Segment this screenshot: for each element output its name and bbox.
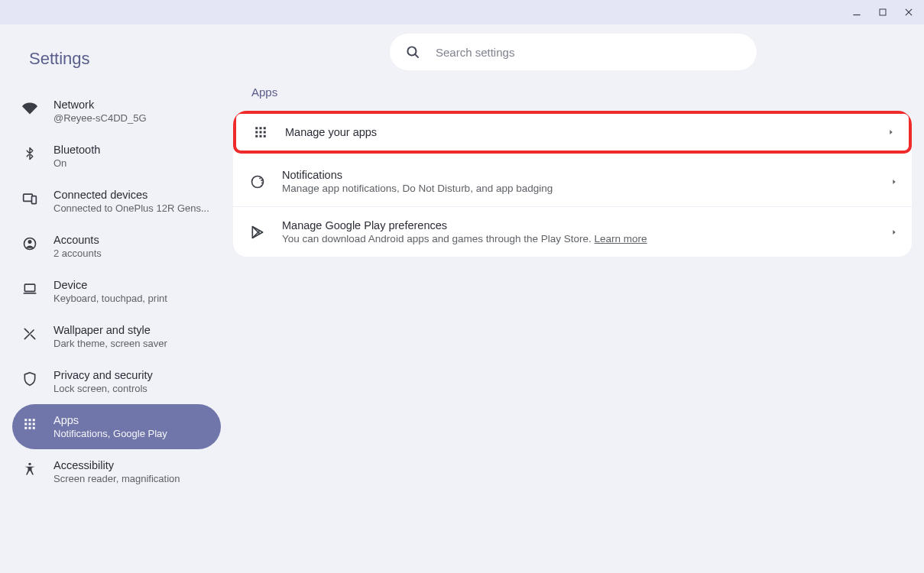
sidebar-item-privacy[interactable]: Privacy and security Lock screen, contro… (12, 359, 221, 404)
card-title: Notifications (282, 169, 875, 181)
svg-rect-26 (255, 135, 258, 138)
palette-icon (21, 325, 38, 342)
svg-rect-23 (255, 131, 258, 134)
sidebar-item-sublabel: Keyboard, touchpad, print (53, 293, 167, 304)
maximize-button[interactable] (875, 5, 890, 20)
learn-more-link[interactable]: Learn more (595, 233, 647, 244)
sidebar-item-label: Connected devices (53, 189, 209, 201)
sidebar-item-apps[interactable]: Apps Notifications, Google Play (12, 404, 221, 449)
card-title: Manage Google Play preferences (282, 219, 875, 231)
apps-grid-icon (251, 123, 270, 141)
svg-rect-15 (33, 423, 35, 426)
svg-rect-4 (24, 194, 33, 201)
accessibility-icon (21, 461, 38, 478)
svg-rect-12 (33, 419, 35, 421)
sidebar-item-sublabel: 2 accounts (53, 248, 102, 259)
sidebar-item-network[interactable]: Network @Reyee-sC4DD_5G (12, 89, 221, 134)
sidebar-item-connected-devices[interactable]: Connected devices Connected to OnePlus 1… (12, 179, 221, 224)
card-manage-apps[interactable]: Manage your apps (233, 111, 912, 154)
card-subtitle: Manage app notifications, Do Not Disturb… (282, 183, 875, 194)
sidebar-item-wallpaper[interactable]: Wallpaper and style Dark theme, screen s… (12, 314, 221, 359)
app-title: Settings (12, 35, 221, 89)
svg-rect-14 (29, 423, 31, 426)
svg-rect-5 (32, 196, 37, 204)
svg-rect-1 (880, 9, 886, 15)
svg-point-19 (28, 463, 31, 465)
close-button[interactable] (901, 5, 916, 20)
svg-rect-16 (24, 427, 27, 429)
svg-rect-25 (264, 131, 266, 134)
sidebar-item-label: Network (53, 99, 147, 111)
minimize-button[interactable] (849, 5, 864, 20)
sidebar: Settings Network @Reyee-sC4DD_5G (0, 24, 233, 573)
sidebar-item-device[interactable]: Device Keyboard, touchpad, print (12, 269, 221, 314)
wifi-icon (21, 100, 38, 117)
bluetooth-icon (21, 145, 38, 162)
laptop-icon (21, 280, 38, 297)
apps-grid-icon (21, 416, 38, 432)
section-title: Apps (233, 86, 912, 111)
svg-rect-10 (24, 419, 27, 421)
account-icon (21, 235, 38, 252)
google-play-icon (248, 223, 267, 241)
sidebar-item-label: Bluetooth (53, 144, 100, 156)
window-titlebar (0, 0, 924, 24)
sidebar-item-label: Privacy and security (53, 369, 153, 381)
sidebar-item-sublabel: Notifications, Google Play (53, 428, 167, 439)
chevron-right-icon (890, 228, 898, 236)
sidebar-item-accessibility[interactable]: Accessibility Screen reader, magnificati… (12, 449, 221, 494)
devices-icon (21, 190, 38, 207)
sidebar-item-sublabel: Lock screen, controls (53, 383, 153, 394)
card-google-play[interactable]: Manage Google Play preferences You can d… (233, 206, 912, 257)
svg-rect-20 (255, 127, 258, 129)
svg-rect-11 (29, 419, 31, 421)
search-icon (405, 44, 420, 60)
sidebar-item-sublabel: On (53, 157, 100, 169)
svg-point-29 (252, 176, 264, 187)
sidebar-item-label: Device (53, 279, 167, 291)
svg-rect-22 (264, 127, 266, 129)
svg-rect-13 (24, 423, 27, 426)
card-subtitle: You can download Android apps and games … (282, 233, 875, 244)
sidebar-item-label: Accounts (53, 234, 102, 246)
dnd-icon (248, 173, 267, 191)
svg-rect-27 (260, 135, 262, 138)
sidebar-item-sublabel: Dark theme, screen saver (53, 338, 167, 349)
svg-rect-18 (33, 427, 35, 429)
sidebar-item-sublabel: Connected to OnePlus 12R Gens... (53, 202, 209, 214)
shield-icon (21, 371, 38, 387)
card-title: Manage your apps (285, 126, 872, 138)
svg-rect-24 (260, 131, 262, 134)
svg-rect-28 (264, 135, 266, 138)
sidebar-item-label: Accessibility (53, 459, 180, 471)
main-panel: Apps Manage your apps (233, 86, 912, 257)
sidebar-item-bluetooth[interactable]: Bluetooth On (12, 134, 221, 179)
svg-rect-8 (24, 284, 34, 291)
svg-line-33 (414, 53, 418, 57)
sidebar-item-sublabel: Screen reader, magnification (53, 473, 180, 484)
search-bar[interactable] (390, 34, 757, 70)
svg-point-32 (407, 47, 416, 55)
sidebar-item-accounts[interactable]: Accounts 2 accounts (12, 224, 221, 269)
sidebar-item-label: Wallpaper and style (53, 324, 167, 336)
card-notifications[interactable]: Notifications Manage app notifications, … (233, 157, 912, 206)
svg-rect-17 (29, 427, 31, 429)
sidebar-item-sublabel: @Reyee-sC4DD_5G (53, 112, 147, 124)
svg-point-7 (28, 240, 32, 244)
sidebar-item-label: Apps (53, 414, 167, 426)
svg-rect-21 (260, 127, 262, 129)
chevron-right-icon (887, 128, 895, 136)
chevron-right-icon (890, 178, 898, 186)
search-input[interactable] (436, 46, 741, 59)
